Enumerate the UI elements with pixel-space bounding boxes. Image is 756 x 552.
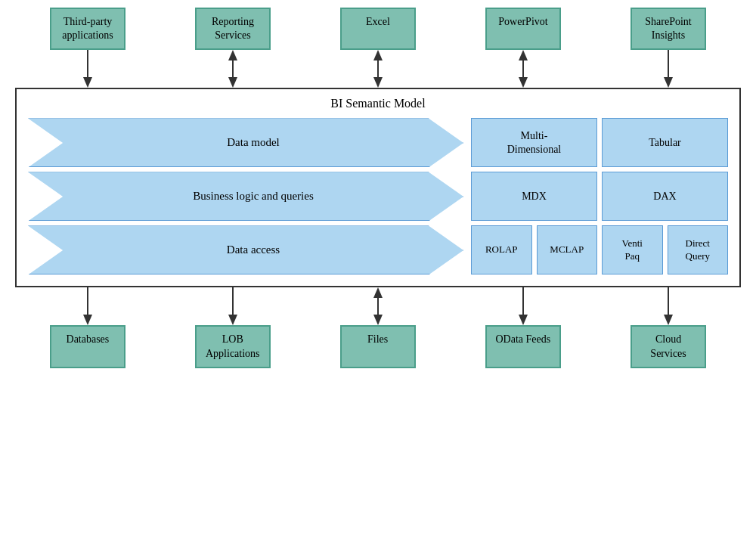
arrow-third-party (35, 50, 141, 88)
box-lob: LOB Applications (195, 325, 271, 367)
svg-marker-16 (228, 315, 237, 325)
svg-marker-23 (664, 315, 673, 325)
arrow-svg-8 (367, 287, 389, 325)
box-direct-query: Direct Query (668, 225, 729, 274)
arrow-svg-9 (512, 287, 534, 325)
arrow-excel (325, 50, 431, 88)
top-arrows (15, 50, 741, 88)
arrow-svg-3 (367, 50, 389, 88)
box-databases: Databases (50, 325, 125, 367)
arrow-svg-10 (657, 287, 680, 325)
arrow-odata (470, 287, 576, 325)
panel-business-logic: Business logic and queries (28, 172, 463, 221)
panel-data-model: Data model (28, 118, 463, 167)
svg-marker-7 (373, 77, 383, 88)
arrow-files (325, 287, 431, 325)
box-excel: Excel (340, 8, 416, 50)
box-files: Files (340, 325, 416, 367)
box-mclap: MCLAP (537, 225, 598, 274)
arrow-svg-6 (76, 287, 99, 325)
panel-data-access: Data access (28, 225, 463, 274)
arrow-databases (35, 287, 141, 325)
bism-title: BI Semantic Model (28, 97, 728, 110)
svg-marker-21 (519, 315, 528, 325)
svg-marker-1 (83, 77, 92, 88)
box-dax: DAX (602, 172, 728, 221)
top-boxes-row: Third-party applications Reporting Servi… (15, 8, 741, 50)
svg-marker-4 (228, 77, 237, 88)
arrow-powerpivot (470, 50, 576, 88)
arrow-svg-5 (657, 50, 680, 88)
svg-marker-8 (519, 50, 528, 60)
svg-marker-2 (228, 50, 237, 60)
bism-left: Data model Business logic and queries Da… (28, 118, 463, 274)
box-mdx: MDX (471, 172, 597, 221)
box-multi-dimensional: Multi- Dimensional (471, 118, 597, 167)
arrow-svg-2 (222, 50, 244, 88)
bism-right: Multi- Dimensional Tabular MDX DAX ROLAP (471, 118, 728, 274)
box-third-party: Third-party applications (50, 8, 125, 50)
right-bottom-row: ROLAP MCLAP Venti Paq Direct Query (471, 225, 728, 274)
arrow-sharepoint (615, 50, 721, 88)
svg-marker-14 (83, 315, 92, 325)
box-odata: OData Feeds (485, 325, 562, 367)
arrow-cloud (615, 287, 721, 325)
svg-marker-5 (373, 50, 383, 60)
box-powerpivot: PowerPivot (485, 8, 561, 50)
right-top-row: Multi- Dimensional Tabular (471, 118, 728, 167)
box-ventipaq: Venti Paq (602, 225, 663, 274)
box-rolap: ROLAP (471, 225, 532, 274)
box-reporting-services: Reporting Services (195, 8, 271, 50)
svg-marker-10 (519, 77, 528, 88)
svg-marker-17 (373, 287, 383, 298)
arrow-reporting (180, 50, 286, 88)
bism-inner: Data model Business logic and queries Da… (28, 118, 728, 274)
svg-marker-12 (664, 77, 673, 88)
arrow-svg-4 (512, 50, 534, 88)
bottom-arrows (15, 287, 741, 325)
right-mid-row: MDX DAX (471, 172, 728, 221)
bism-box: BI Semantic Model Data model Business lo… (15, 88, 741, 287)
arrow-svg-1 (76, 50, 99, 88)
svg-marker-19 (373, 315, 383, 325)
bottom-boxes-row: Databases LOB Applications Files OData F… (15, 325, 741, 367)
box-cloud: Cloud Services (631, 325, 706, 367)
box-sharepoint: SharePoint Insights (631, 8, 706, 50)
arrow-svg-7 (222, 287, 244, 325)
arrow-lob (180, 287, 286, 325)
box-tabular: Tabular (602, 118, 728, 167)
